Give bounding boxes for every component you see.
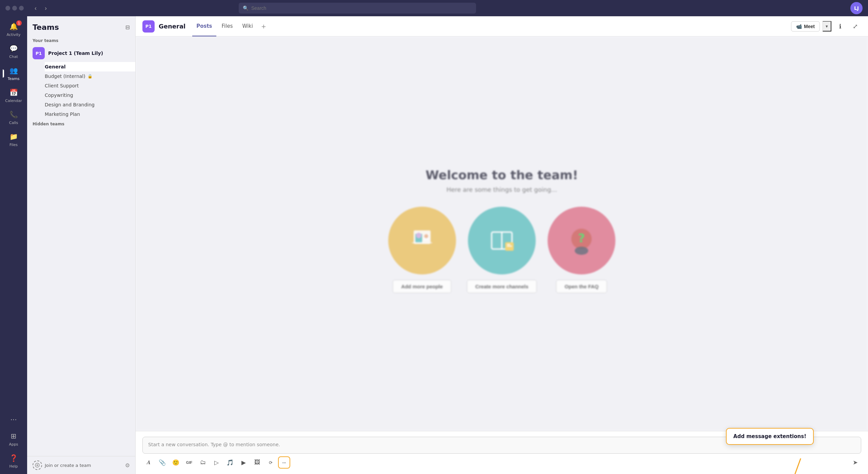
teams-panel-title: Teams — [33, 23, 59, 32]
compose-placeholder: Start a new conversation. Type @ to ment… — [148, 442, 280, 447]
more-extensions-button[interactable]: ··· — [278, 456, 290, 469]
info-button[interactable]: ℹ — [834, 20, 846, 33]
gif-icon: GIF — [186, 460, 192, 465]
calendar-label: Calendar — [5, 99, 22, 103]
sidebar-item-calls[interactable]: 📞 Calls — [3, 107, 24, 128]
svg-rect-10 — [507, 246, 512, 247]
compose-toolbar: 𝑨 📎 🙂 GIF 🗂 ▷ — [142, 456, 861, 469]
help-label: Help — [9, 464, 18, 469]
chat-icon: 💬 — [9, 44, 18, 53]
sidebar-item-activity[interactable]: 1 🔔 Activity — [3, 19, 24, 40]
search-input[interactable] — [251, 5, 472, 11]
welcome-circle-channels — [468, 207, 536, 274]
maximize-dot — [19, 6, 24, 11]
close-dot — [5, 6, 10, 11]
image-button[interactable]: 🖼 — [251, 456, 263, 469]
add-people-button[interactable]: Add more people — [393, 280, 451, 293]
user-avatar[interactable]: LJ — [850, 2, 863, 14]
apps-icon: ⊞ — [9, 431, 18, 441]
channel-name-design: Design and Branding — [45, 102, 95, 107]
join-create-team[interactable]: Join or create a team ⚙ — [27, 456, 135, 474]
settings-icon[interactable]: ⚙ — [125, 462, 130, 469]
svg-rect-6 — [412, 242, 432, 243]
audio-button[interactable]: 🎵 — [224, 456, 236, 469]
emoji-icon: 🙂 — [172, 459, 179, 466]
tab-posts[interactable]: Posts — [192, 17, 216, 37]
sidebar-item-calendar[interactable]: 📅 Calendar — [3, 85, 24, 106]
gif-button[interactable]: GIF — [183, 456, 195, 469]
welcome-area: Welcome to the team! Here are some thing… — [136, 37, 868, 431]
channel-client-support[interactable]: Client Support — [45, 81, 135, 90]
welcome-card-channels: Create more channels — [467, 207, 537, 293]
welcome-card-faq: ? Open the FAQ — [548, 207, 615, 293]
lock-icon: 🔒 — [87, 74, 93, 79]
sidebar-item-more[interactable]: ··· — [3, 412, 24, 427]
your-teams-label: Your teams — [27, 36, 135, 44]
add-tab-button[interactable]: + — [258, 16, 269, 36]
help-icon: ❓ — [9, 453, 18, 463]
active-indicator — [3, 69, 4, 78]
attach-button[interactable]: 📎 — [156, 456, 168, 469]
loop-icon: ⟳ — [269, 460, 273, 465]
channel-name-general: General — [45, 64, 66, 69]
emoji-button[interactable]: 🙂 — [170, 456, 182, 469]
activity-label: Activity — [6, 33, 20, 37]
sidebar-item-chat[interactable]: 💬 Chat — [3, 41, 24, 62]
header-right: 📹 Meet ▾ ℹ ⤢ — [791, 20, 861, 33]
meet-button[interactable]: 📹 Meet — [791, 21, 820, 32]
channel-general[interactable]: General — [45, 62, 135, 71]
loop-button[interactable]: ⟳ — [264, 456, 277, 469]
svg-point-5 — [424, 234, 428, 238]
filter-icon[interactable]: ⊟ — [125, 24, 130, 30]
main-layout: 1 🔔 Activity 💬 Chat 👥 Teams 📅 Calendar 📞… — [0, 16, 868, 474]
search-bar[interactable]: 🔍 — [239, 3, 476, 14]
files-icon: 📁 — [9, 132, 18, 141]
svg-point-14 — [575, 247, 588, 255]
teams-header: Teams ⊟ — [27, 16, 135, 36]
sticker-button[interactable]: 🗂 — [197, 456, 209, 469]
minimize-dot — [12, 6, 17, 11]
channel-name-client-support: Client Support — [45, 83, 79, 88]
chat-label: Chat — [9, 55, 18, 59]
create-channels-button[interactable]: Create more channels — [467, 280, 537, 293]
icon-sidebar: 1 🔔 Activity 💬 Chat 👥 Teams 📅 Calendar 📞… — [0, 16, 27, 474]
tab-wiki[interactable]: Wiki — [238, 17, 257, 37]
channel-list: General Budget (Internal) 🔒 Client Suppo… — [27, 62, 135, 119]
welcome-card-people: Add more people — [388, 207, 456, 293]
channel-marketing[interactable]: Marketing Plan — [45, 109, 135, 119]
channel-tabs: Posts Files Wiki + — [192, 16, 269, 36]
welcome-title: Welcome to the team! — [426, 168, 578, 182]
send-button[interactable]: ➤ — [849, 456, 861, 469]
expand-button[interactable]: ⤢ — [849, 20, 861, 33]
tab-files[interactable]: Files — [218, 17, 237, 37]
join-create-label: Join or create a team — [45, 463, 91, 468]
video-button[interactable]: ▶ — [237, 456, 250, 469]
format-button[interactable]: 𝑨 — [142, 456, 155, 469]
sidebar-item-teams[interactable]: 👥 Teams — [3, 63, 24, 84]
forward-button[interactable]: › — [42, 3, 50, 13]
calls-label: Calls — [9, 121, 18, 125]
teams-label: Teams — [8, 77, 20, 81]
channel-copywriting[interactable]: Copywriting — [45, 90, 135, 100]
svg-text:?: ? — [578, 231, 585, 245]
main-content: P1 General Posts Files Wiki + 📹 Meet ▾ ℹ… — [136, 16, 868, 474]
team-project1[interactable]: P1 Project 1 (Team Lily) ··· — [27, 44, 135, 62]
team-name: Project 1 (Team Lily) — [48, 50, 121, 56]
meet-dropdown-button[interactable]: ▾ — [823, 21, 831, 32]
sidebar-item-help[interactable]: ❓ Help — [3, 451, 24, 471]
welcome-cards: Add more people Create more channels — [388, 207, 616, 293]
files-label: Files — [9, 143, 18, 147]
video-icon: ▶ — [241, 459, 246, 466]
channel-design[interactable]: Design and Branding — [45, 100, 135, 109]
meet-toolbar-button[interactable]: ▷ — [210, 456, 222, 469]
back-button[interactable]: ‹ — [32, 3, 39, 13]
audio-icon: 🎵 — [226, 459, 234, 466]
open-faq-button[interactable]: Open the FAQ — [556, 280, 607, 293]
sidebar-item-files[interactable]: 📁 Files — [3, 129, 24, 150]
image-icon: 🖼 — [254, 459, 260, 466]
sidebar-item-apps[interactable]: ⊞ Apps — [3, 429, 24, 449]
nav-controls: ‹ › — [32, 3, 50, 13]
channel-budget[interactable]: Budget (Internal) 🔒 — [45, 71, 135, 81]
activity-badge: 1 — [16, 20, 22, 26]
send-icon: ➤ — [853, 459, 858, 466]
